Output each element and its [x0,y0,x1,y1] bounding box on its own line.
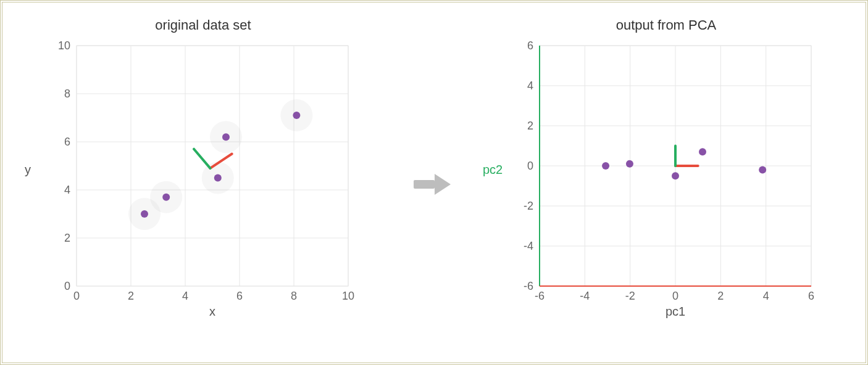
data-point [672,172,679,179]
y-tick-label: 6 [64,136,70,148]
left-chart-svg: 0246810 0246810 x [52,39,354,311]
x-tick-label: 6 [808,290,814,302]
y-tick-label: 10 [58,39,70,52]
x-tick-label: 4 [182,290,188,302]
svg-marker-13 [435,174,451,195]
pc2-vector [194,149,210,168]
data-point [626,160,633,168]
x-tick-label: -4 [580,290,590,302]
y-tick-label: -4 [524,240,533,252]
data-point[interactable] [293,112,300,119]
data-point [602,162,609,170]
y-tick-label: 6 [527,39,533,52]
data-point [699,148,706,155]
figure-frame: original data set 0246810 0246810 x y ou… [0,0,868,365]
y-tick-label: -6 [524,280,533,292]
y-tick-label: 8 [64,88,70,100]
x-tick-label: 0 [672,290,678,302]
x-tick-label: 2 [128,290,134,302]
right-scatter-points [602,148,766,179]
left-y-axis-label: y [19,163,37,177]
right-xticks: -6-4-20246 [535,290,814,302]
left-yticks: 0246810 [58,39,70,292]
y-tick-label: 4 [527,80,533,92]
right-chart-svg: -6-4-20246 -6-4-20246 pc1 [515,39,817,311]
data-point[interactable] [141,210,148,218]
svg-rect-12 [414,180,435,189]
y-tick-label: 2 [527,120,533,132]
left-xticks: 0246810 [73,290,354,302]
x-tick-label: 4 [763,290,769,302]
figure-inner-frame: original data set 0246810 0246810 x y ou… [2,2,866,363]
data-point[interactable] [222,133,230,141]
data-point [759,166,766,174]
left-panel: original data set 0246810 0246810 x y [52,39,354,311]
right-x-axis-label: pc1 [666,305,685,318]
x-tick-label: 0 [73,290,80,302]
y-tick-label: 2 [64,232,70,244]
y-tick-label: 4 [64,184,70,196]
y-tick-label: 0 [527,160,533,172]
x-tick-label: 6 [236,290,243,302]
right-yticks: -6-4-20246 [524,39,533,292]
x-tick-label: 10 [342,290,354,302]
left-x-axis-label: x [209,305,215,318]
x-tick-label: -6 [535,290,545,302]
y-tick-label: 0 [64,280,70,292]
transform-arrow-icon [410,169,453,202]
y-tick-label: -2 [524,200,533,212]
right-chart-title: output from PCA [515,17,817,33]
right-panel: output from PCA -6-4-20246 -6-4-20246 pc… [515,39,817,311]
right-y-axis-label: pc2 [480,163,505,177]
data-point[interactable] [214,174,222,182]
x-tick-label: 2 [717,290,724,302]
left-chart-title: original data set [52,17,354,33]
data-point[interactable] [162,194,170,201]
x-tick-label: 8 [291,290,297,302]
pca-figure: original data set 0246810 0246810 x y ou… [2,2,866,363]
right-pc-vectors [675,146,698,166]
left-point-halos [128,99,312,230]
x-tick-label: -2 [625,290,635,302]
